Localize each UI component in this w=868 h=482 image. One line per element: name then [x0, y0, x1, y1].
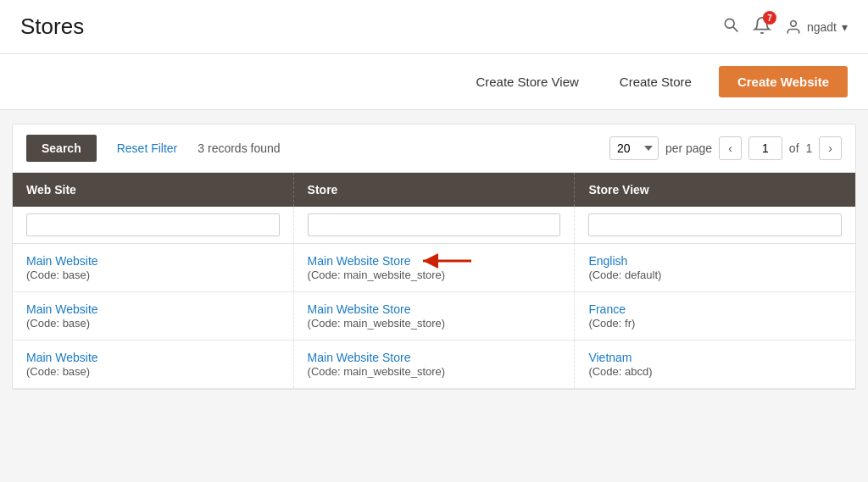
search-icon[interactable] — [722, 16, 739, 37]
content-area: Search Reset Filter 3 records found 20 5… — [12, 124, 856, 390]
filter-store-input[interactable] — [308, 213, 561, 236]
storeview-link-2[interactable]: France — [588, 302, 626, 316]
website-code-1: (Code: base) — [26, 269, 90, 281]
store-cell-3: Main Website Store (Code: main_website_s… — [293, 341, 575, 389]
website-code-2: (Code: base) — [26, 317, 90, 330]
storeview-code-1: (Code: default) — [588, 269, 661, 281]
red-arrow-annotation — [416, 252, 474, 270]
header-actions: 7 ngadt ▾ — [722, 16, 848, 37]
reset-filter-button[interactable]: Reset Filter — [110, 138, 185, 158]
table-row: Main Website (Code: base) Main Website S… — [13, 292, 855, 341]
website-cell-2: Main Website (Code: base) — [13, 292, 293, 341]
svg-point-2 — [791, 20, 797, 26]
website-code-3: (Code: base) — [26, 365, 90, 378]
storeview-code-3: (Code: abcd) — [588, 365, 652, 378]
store-link-2[interactable]: Main Website Store — [308, 302, 411, 316]
website-link-1[interactable]: Main Website — [26, 254, 98, 268]
page-of-label: of — [789, 141, 799, 155]
storeview-cell-3: Vietnam (Code: abcd) — [575, 341, 855, 389]
create-website-button[interactable]: Create Website — [719, 66, 848, 97]
action-bar: Create Store View Create Store Create We… — [0, 54, 868, 110]
username: ngadt — [807, 20, 837, 34]
store-cell-1: Main Website Store — [293, 244, 575, 292]
storeview-link-1[interactable]: English — [588, 254, 627, 268]
table-row: Main Website (Code: base) Main Website S… — [13, 341, 855, 389]
filter-website-cell — [13, 207, 293, 244]
filter-storeview-input[interactable] — [588, 213, 842, 236]
svg-line-1 — [733, 27, 737, 31]
page-total: 1 — [806, 141, 813, 155]
filter-store-cell — [293, 207, 575, 244]
stores-table: Web Site Store Store View — [13, 173, 855, 389]
storeview-link-3[interactable]: Vietnam — [588, 351, 632, 364]
user-dropdown-icon: ▾ — [842, 20, 848, 34]
records-found: 3 records found — [198, 141, 596, 155]
page-prev-button[interactable]: ‹ — [719, 136, 742, 160]
filter-row — [13, 207, 855, 244]
create-store-view-button[interactable]: Create Store View — [462, 68, 592, 96]
store-link-1[interactable]: Main Website Store — [308, 254, 411, 268]
records-suffix: records found — [208, 141, 281, 155]
col-storeview: Store View — [575, 173, 855, 207]
pagination-controls: 20 50 100 per page ‹ of 1 › — [609, 136, 842, 160]
website-link-2[interactable]: Main Website — [26, 302, 98, 316]
col-website: Web Site — [13, 173, 293, 207]
col-store: Store — [293, 173, 575, 207]
per-page-label: per page — [665, 141, 712, 155]
notification-badge: 7 — [763, 11, 776, 25]
page-title: Stores — [20, 14, 84, 40]
search-button[interactable]: Search — [26, 135, 97, 162]
filter-website-input[interactable] — [26, 213, 280, 236]
table-row: Main Website (Code: base) Main Website S… — [13, 244, 855, 292]
store-code-1: (Code: main_website_store) — [308, 269, 446, 281]
website-link-3[interactable]: Main Website — [26, 351, 98, 364]
website-cell-1: Main Website (Code: base) — [13, 244, 293, 292]
page-header: Stores 7 — [0, 0, 868, 54]
svg-point-0 — [725, 19, 734, 28]
records-count: 3 — [198, 141, 204, 155]
storeview-code-2: (Code: fr) — [588, 317, 635, 330]
store-cell-2: Main Website Store (Code: main_website_s… — [293, 292, 575, 341]
website-cell-3: Main Website (Code: base) — [13, 341, 293, 389]
create-store-button[interactable]: Create Store — [606, 68, 705, 96]
per-page-select[interactable]: 20 50 100 — [609, 136, 659, 160]
store-code-3: (Code: main_website_store) — [308, 365, 446, 378]
search-bar: Search Reset Filter 3 records found 20 5… — [13, 125, 855, 173]
storeview-cell-1: English (Code: default) — [575, 244, 855, 292]
store-code-2: (Code: main_website_store) — [308, 317, 446, 330]
page-next-button[interactable]: › — [819, 136, 842, 160]
page-number-input[interactable] — [748, 136, 782, 160]
storeview-cell-2: France (Code: fr) — [575, 292, 855, 341]
filter-storeview-cell — [575, 207, 855, 244]
notification-bell[interactable]: 7 — [753, 16, 771, 37]
store-link-3[interactable]: Main Website Store — [308, 351, 411, 364]
table-header-row: Web Site Store Store View — [13, 173, 855, 207]
user-menu[interactable]: ngadt ▾ — [785, 19, 848, 36]
